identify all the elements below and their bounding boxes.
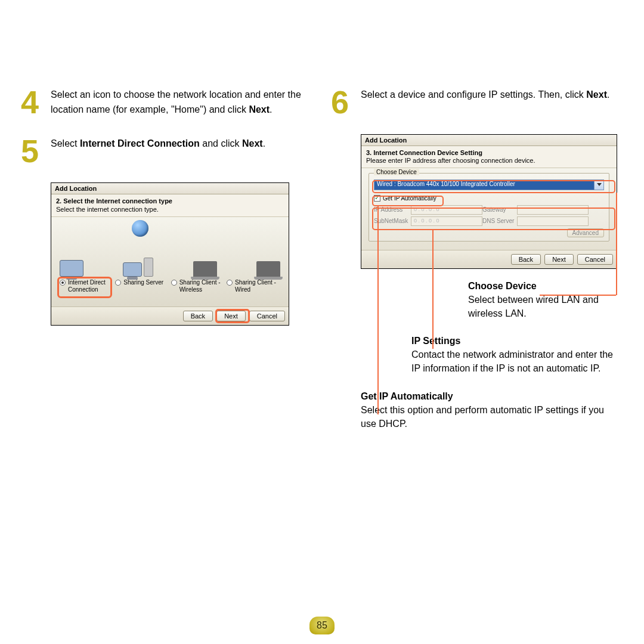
next-button[interactable]: Next — [216, 311, 246, 321]
icon-sharing-server — [123, 258, 153, 277]
screenshot-device-setting: Add Location 3. Internet Connection Devi… — [361, 134, 617, 269]
radio-icon — [115, 280, 121, 286]
step-4: 4 Select an icon to choose the network l… — [21, 86, 307, 117]
device-selected: Wired : Broadcom 440x 10/100 Integrated … — [374, 180, 594, 190]
dropdown-arrow-icon — [594, 180, 603, 190]
cancel-button[interactable]: Cancel — [577, 254, 613, 265]
back-button[interactable]: Back — [183, 311, 213, 321]
field-subnetmask[interactable]: 0 . 0 . 0 . 0 — [411, 216, 482, 226]
icon-direct-connection — [60, 260, 83, 277]
step-6-text: Select a device and configure IP setting… — [361, 86, 609, 116]
field-gateway[interactable] — [517, 205, 589, 215]
step-number-4: 4 — [21, 89, 51, 117]
dialog-desc: Select the internet connection type. — [51, 206, 289, 217]
next-button[interactable]: Next — [544, 254, 574, 265]
callout-line — [540, 295, 616, 296]
option-sharing-client-wireless[interactable]: Sharing Client - Wireless — [171, 279, 225, 293]
screenshot-connection-type: Add Location 2. Select the Internet conn… — [51, 182, 289, 326]
dialog-heading: 2. Select the Internet connection type — [51, 194, 289, 206]
option-sharing-client-wired[interactable]: Sharing Client - Wired — [227, 279, 280, 293]
radio-icon — [227, 280, 233, 286]
field-dns[interactable] — [517, 216, 589, 226]
step-5: 5 Select Internet Direct Connection and … — [21, 135, 307, 165]
checkbox-icon — [374, 195, 380, 202]
advanced-button[interactable]: Advanced — [567, 228, 604, 237]
dialog-heading: 3. Internet Connection Device Setting — [361, 146, 617, 157]
step-6: 6 Select a device and configure IP setti… — [331, 86, 617, 116]
radio-icon — [171, 280, 177, 286]
get-ip-auto-checkbox[interactable]: Get IP Automatically — [374, 195, 436, 202]
step-number-5: 5 — [21, 138, 51, 165]
label-subnetmask: SubNetMask — [374, 218, 411, 224]
step-5-text: Select Internet Direct Connection and cl… — [51, 135, 265, 165]
step-number-6: 6 — [331, 89, 361, 116]
page-number: 85 — [309, 617, 335, 634]
callout-line — [616, 193, 617, 295]
field-ip-address[interactable]: 0 . 0 . 0 . 0 — [411, 205, 482, 215]
option-sharing-server[interactable]: Sharing Server — [115, 279, 169, 293]
icon-sharing-client-wireless — [193, 261, 217, 277]
label-gateway: Gateway — [482, 206, 517, 213]
callout-line — [432, 230, 434, 349]
ip-settings-grid: IP Address 0 . 0 . 0 . 0 Gateway SubNetM… — [374, 205, 604, 226]
label-dns: DNS Server — [482, 218, 517, 224]
dialog-title: Add Location — [51, 183, 289, 194]
dialog-desc: Please enter IP address after choosing c… — [361, 157, 617, 168]
annotation-choose-device: Choose Device Select between wired LAN a… — [468, 281, 617, 320]
dialog-title: Add Location — [361, 135, 617, 146]
annotation-ip-settings: IP Settings Contact the network administ… — [411, 336, 617, 375]
radio-icon — [60, 280, 66, 286]
icon-sharing-client-wired — [256, 261, 280, 277]
group-label: Choose Device — [374, 169, 419, 175]
cancel-button[interactable]: Cancel — [249, 311, 285, 321]
callout-line — [377, 206, 379, 414]
choose-device-group: Choose Device Wired : Broadcom 440x 10/1… — [369, 173, 609, 242]
back-button[interactable]: Back — [511, 254, 541, 265]
option-internet-direct[interactable]: Internet Direct Connection — [60, 279, 113, 293]
label-ip-address: IP Address — [374, 206, 411, 213]
device-dropdown[interactable]: Wired : Broadcom 440x 10/100 Integrated … — [374, 179, 604, 190]
step-4-text: Select an icon to choose the network loc… — [51, 86, 307, 117]
annotation-get-ip-auto: Get IP Automatically Select this option … — [361, 391, 617, 431]
